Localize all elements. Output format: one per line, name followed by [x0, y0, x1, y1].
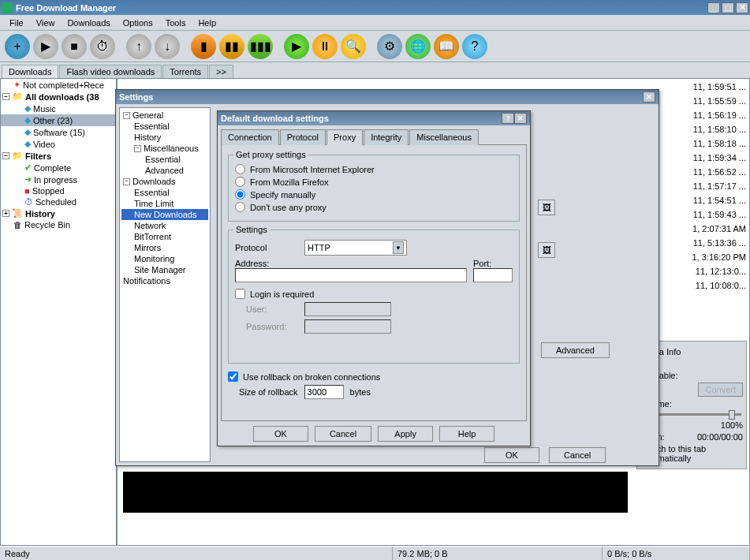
settings-icon[interactable]: ⚙	[377, 34, 402, 59]
dds-help-icon[interactable]: ?	[502, 113, 514, 124]
dds-ok-button[interactable]: OK	[253, 426, 308, 442]
move-down-icon[interactable]: ↓	[155, 34, 180, 59]
tree-software[interactable]: ◆Software (15)	[1, 126, 116, 138]
list-row[interactable]: 11, 5:13:36 ...	[693, 238, 746, 248]
minimize-button[interactable]: _	[707, 2, 720, 13]
menu-view[interactable]: View	[30, 17, 62, 29]
st-bittorrent[interactable]: BitTorrent	[121, 231, 208, 242]
st-misc-essential[interactable]: Essential	[121, 154, 208, 165]
st-general[interactable]: −General	[121, 110, 208, 121]
st-time-limit[interactable]: Time Limit	[121, 198, 208, 209]
convert-button[interactable]: Convert	[698, 383, 743, 397]
st-misc-advanced[interactable]: Advanced	[121, 165, 208, 176]
tree-music[interactable]: ◆Music	[1, 103, 116, 114]
menu-options[interactable]: Options	[117, 17, 159, 29]
dds-apply-button[interactable]: Apply	[378, 426, 433, 442]
st-downloads[interactable]: −Downloads	[121, 176, 208, 187]
list-row[interactable]: 11, 1:56:19 ...	[693, 110, 746, 120]
settings-cancel-button[interactable]: Cancel	[549, 447, 606, 463]
st-essential[interactable]: Essential	[121, 121, 208, 132]
rollback-size-input[interactable]	[304, 385, 344, 399]
browse2-icon[interactable]: 🖼	[538, 242, 555, 258]
tree-in-progress[interactable]: ➔In progress	[1, 174, 116, 185]
login-required-checkbox[interactable]	[235, 289, 245, 299]
list-row[interactable]: 11, 12:13:0...	[696, 267, 746, 276]
st-network[interactable]: Network	[121, 220, 208, 231]
add-download-icon[interactable]: +	[5, 34, 30, 59]
protocol-select[interactable]: HTTP ▼	[304, 240, 407, 256]
list-row[interactable]: 11, 1:57:17 ...	[693, 181, 746, 191]
tree-filters[interactable]: −📁Filters	[1, 150, 116, 162]
browse1-icon[interactable]: 🖼	[538, 200, 555, 215]
tree-scheduled[interactable]: ⏱Scheduled	[1, 196, 116, 207]
tab-torrents[interactable]: Torrents	[162, 65, 208, 78]
list-row[interactable]: 11, 1:59:34 ...	[693, 153, 746, 162]
tree-other[interactable]: ◆Other (23)	[1, 114, 116, 126]
tab-downloads[interactable]: Downloads	[2, 65, 58, 78]
tree-complete[interactable]: ✔Complete	[1, 162, 116, 174]
tree-not-completed[interactable]: ✦Not completed+Rece	[1, 79, 116, 91]
tree-video[interactable]: ◆Video	[1, 138, 116, 150]
st-new-downloads[interactable]: New Downloads	[121, 209, 208, 220]
st-history[interactable]: History	[121, 132, 208, 143]
dds-tab-connection[interactable]: Connection	[221, 129, 279, 145]
help-book-icon[interactable]: 📖	[434, 34, 459, 59]
advanced-button[interactable]: Advanced	[541, 342, 610, 358]
dds-tab-misc[interactable]: Miscellaneous	[409, 129, 479, 145]
settings-close-icon[interactable]: ✕	[643, 91, 655, 103]
tree-recycle[interactable]: 🗑Recycle Bin	[1, 219, 116, 230]
dds-help-button[interactable]: Help	[439, 426, 494, 442]
menu-tools[interactable]: Tools	[159, 17, 192, 29]
list-row[interactable]: 11, 1:59:51 ...	[693, 82, 746, 91]
traffic1-icon[interactable]: ▮	[191, 34, 216, 59]
list-row[interactable]: 11, 1:59:43 ...	[693, 210, 746, 219]
start-all-icon[interactable]: ▶	[284, 34, 309, 59]
dds-tab-integrity[interactable]: Integrity	[364, 129, 409, 145]
settings-ok-button[interactable]: OK	[484, 447, 539, 463]
list-row[interactable]: 11, 1:58:10 ...	[693, 125, 746, 134]
st-notifications[interactable]: Notifications	[121, 275, 208, 286]
st-monitoring[interactable]: Monitoring	[121, 253, 208, 264]
list-row[interactable]: 11, 1:54:51 ...	[693, 196, 746, 205]
rollback-checkbox[interactable]	[228, 371, 238, 382]
traffic3-icon[interactable]: ▮▮▮	[248, 34, 273, 59]
list-row[interactable]: 11, 1:56:52 ...	[693, 167, 746, 177]
move-up-icon[interactable]: ↑	[126, 34, 151, 59]
dial-icon[interactable]: 🌐	[405, 34, 431, 59]
dds-cancel-button[interactable]: Cancel	[315, 426, 371, 442]
menu-file[interactable]: File	[3, 17, 30, 29]
list-row[interactable]: 1, 2:07:31 AM	[692, 224, 746, 233]
radio-ie[interactable]	[235, 164, 245, 174]
list-row[interactable]: 11, 10:08:0...	[696, 281, 746, 290]
radio-none[interactable]	[235, 202, 245, 212]
tree-all-downloads[interactable]: −📁All downloads (38	[1, 91, 116, 103]
tree-stopped[interactable]: ■Stopped	[1, 185, 116, 196]
radio-manual[interactable]	[235, 189, 245, 200]
port-input[interactable]	[473, 268, 513, 282]
menu-help[interactable]: Help	[192, 17, 222, 29]
stop-icon[interactable]: ■	[62, 34, 87, 59]
list-row[interactable]: 11, 1:58:18 ...	[693, 139, 746, 148]
schedule-icon[interactable]: ⏱	[90, 34, 115, 59]
dds-close-icon[interactable]: ✕	[514, 113, 527, 124]
st-mirrors[interactable]: Mirrors	[121, 242, 208, 253]
tree-history[interactable]: +📜History	[1, 207, 116, 219]
tab-flash[interactable]: Flash video downloads	[59, 65, 162, 78]
pause-all-icon[interactable]: ⏸	[312, 34, 338, 59]
st-dl-essential[interactable]: Essential	[121, 187, 208, 198]
address-input[interactable]	[235, 268, 467, 282]
st-misc[interactable]: −Miscellaneous	[121, 143, 208, 154]
start-icon[interactable]: ▶	[33, 34, 58, 59]
help-icon[interactable]: ?	[462, 34, 487, 59]
close-button[interactable]: ✕	[736, 2, 748, 13]
radio-firefox[interactable]	[235, 177, 245, 187]
list-row[interactable]: 11, 1:55:59 ...	[693, 96, 746, 106]
find-icon[interactable]: 🔍	[341, 34, 366, 59]
st-site-manager[interactable]: Site Manager	[121, 264, 208, 275]
traffic2-icon[interactable]: ▮▮	[219, 34, 244, 59]
dds-tab-proxy[interactable]: Proxy	[326, 129, 363, 145]
dds-tab-protocol[interactable]: Protocol	[280, 129, 326, 145]
maximize-button[interactable]: □	[722, 2, 734, 13]
tab-more[interactable]: >>	[209, 65, 233, 78]
menu-downloads[interactable]: Downloads	[61, 17, 116, 29]
